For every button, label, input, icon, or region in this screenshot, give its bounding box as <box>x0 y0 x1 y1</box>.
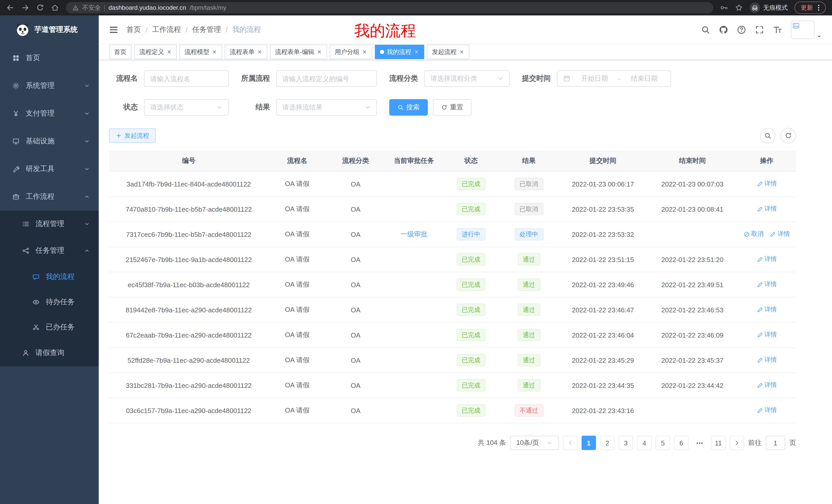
search-icon <box>397 104 404 110</box>
tab-close-icon[interactable] <box>317 49 322 54</box>
prev-page-button[interactable] <box>563 436 577 450</box>
toggle-search-button[interactable] <box>760 128 775 143</box>
tab-7[interactable]: 发起流程 <box>427 45 469 59</box>
tab-close-icon[interactable] <box>166 49 172 54</box>
address-bar[interactable]: 不安全 dashboard.yudao.iocoder.cn/bpm/task/… <box>66 2 713 13</box>
sidebar-item-label: 任务管理 <box>35 246 64 255</box>
tab-4[interactable]: 流程表单-编辑 <box>270 45 327 59</box>
browser-chrome: 不安全 dashboard.yudao.iocoder.cn/bpm/task/… <box>0 0 832 16</box>
password-key-icon[interactable] <box>720 4 728 12</box>
cell-category: OA <box>326 373 385 398</box>
create-process-button[interactable]: 发起流程 <box>109 129 156 143</box>
sidebar-item-payment[interactable]: 支付管理 <box>0 100 99 128</box>
page-ellipsis[interactable]: ••• <box>693 436 707 450</box>
browser-back-icon[interactable] <box>6 4 15 12</box>
breadcrumb-item[interactable]: 首页 <box>127 25 141 34</box>
detail-link[interactable]: 详情 <box>757 255 777 264</box>
page-button-1[interactable]: 1 <box>581 436 596 450</box>
tab-6[interactable]: 我的流程 <box>375 45 424 59</box>
header-search-icon[interactable] <box>701 25 710 34</box>
next-page-button[interactable] <box>730 436 744 450</box>
status-badge: 已完成 <box>457 404 486 417</box>
update-button[interactable]: 更新 <box>795 2 826 14</box>
chev-up-icon <box>84 194 89 199</box>
submit-time-label: 提交时间 <box>522 74 551 83</box>
page-button-4[interactable]: 4 <box>637 436 651 450</box>
tab-1[interactable]: 流程定义 <box>134 45 177 59</box>
reset-button[interactable]: 重置 <box>433 99 471 116</box>
browser-menu-icon[interactable] <box>814 4 823 12</box>
app-logo[interactable]: 芋道管理系统 <box>0 16 99 44</box>
tab-close-icon[interactable] <box>414 49 419 54</box>
owner-process-input[interactable] <box>276 71 377 87</box>
cell-submit-time: 2022-01-22 23:44:35 <box>558 373 647 398</box>
bookmark-star-icon[interactable] <box>735 4 743 12</box>
cell-end-time: 2022-01-22 23:44:42 <box>647 373 737 398</box>
github-icon[interactable] <box>719 25 728 34</box>
browser-home-icon[interactable] <box>51 4 59 12</box>
fullscreen-icon[interactable] <box>755 25 764 34</box>
tab-close-icon[interactable] <box>257 49 262 54</box>
sidebar-item-todo-tasks[interactable]: 待办任务 <box>0 289 99 314</box>
search-button[interactable]: 搜索 <box>389 99 428 116</box>
detail-link[interactable]: 详情 <box>757 179 777 188</box>
breadcrumb-item[interactable]: 任务管理 <box>192 25 221 34</box>
detail-link[interactable]: 详情 <box>757 280 777 289</box>
detail-link[interactable]: 详情 <box>757 406 777 415</box>
cell-process-name: OA 请假 <box>268 171 326 197</box>
sidebar-item-process-mgmt[interactable]: 流程管理 <box>0 211 99 237</box>
current-task-link[interactable]: 一级审批 <box>400 230 427 238</box>
detail-link[interactable]: 详情 <box>757 205 777 214</box>
tab-3[interactable]: 流程表单 <box>225 45 267 59</box>
tab-5[interactable]: 用户分组 <box>330 45 372 59</box>
cell-result: 通过 <box>499 323 558 347</box>
cancel-link[interactable]: 取消 <box>744 230 763 239</box>
page-button-3[interactable]: 3 <box>619 436 633 450</box>
sidebar-item-label: 流程管理 <box>35 219 64 229</box>
process-name-input[interactable] <box>144 71 229 87</box>
breadcrumb-item[interactable]: 工作流程 <box>152 25 181 34</box>
help-icon[interactable] <box>737 25 746 34</box>
tab-0[interactable]: 首页 <box>109 45 132 59</box>
submit-time-range-picker[interactable]: 开始日期 - 结束日期 <box>557 71 671 87</box>
tab-close-icon[interactable] <box>362 49 367 54</box>
page-button-6[interactable]: 6 <box>674 436 688 450</box>
browser-reload-icon[interactable] <box>36 4 44 12</box>
page-button-5[interactable]: 5 <box>656 436 670 450</box>
sidebar-item-workflow[interactable]: 工作流程 <box>0 183 99 211</box>
detail-link[interactable]: 详情 <box>757 356 777 365</box>
sidebar-item-task-mgmt[interactable]: 任务管理 <box>0 237 99 264</box>
sidebar-item-done-tasks[interactable]: 已办任务 <box>0 314 99 340</box>
page-button-11[interactable]: 11 <box>711 436 726 450</box>
sidebar-toggle-icon[interactable] <box>109 25 118 34</box>
sidebar-item-my-process[interactable]: 我的流程 <box>0 264 99 289</box>
chevron-down-icon <box>547 440 553 446</box>
status-select[interactable]: 请选择状态 <box>144 99 229 116</box>
tab-2[interactable]: 流程模型 <box>179 45 222 59</box>
detail-link[interactable]: 详情 <box>757 331 777 339</box>
page-size-select[interactable]: 10条/页 <box>510 436 559 450</box>
tab-close-icon[interactable] <box>459 49 464 54</box>
tab-close-icon[interactable] <box>212 49 217 54</box>
sidebar-item-leave-query[interactable]: 请假查询 <box>0 340 99 366</box>
status-placeholder: 请选择状态 <box>150 103 213 112</box>
font-size-icon[interactable] <box>773 25 782 34</box>
plus-icon <box>116 133 122 139</box>
detail-link[interactable]: 详情 <box>757 381 777 390</box>
sidebar-item-system[interactable]: 系统管理 <box>0 72 99 100</box>
user-menu[interactable] <box>791 20 822 39</box>
date-range-separator: - <box>618 75 621 82</box>
share-icon <box>22 247 29 254</box>
category-select[interactable]: 请选择流程分类 <box>424 71 510 87</box>
refresh-table-button[interactable] <box>781 128 796 143</box>
detail-link[interactable]: 详情 <box>757 305 777 314</box>
browser-forward-icon[interactable] <box>21 4 29 12</box>
sidebar-item-devtools[interactable]: 研发工具 <box>0 155 99 183</box>
result-select[interactable]: 请选择流结果 <box>276 99 377 116</box>
sidebar-item-infra[interactable]: 基础设施 <box>0 128 99 155</box>
column-header: 流程分类 <box>326 150 385 171</box>
sidebar-item-home[interactable]: 首页 <box>0 44 99 72</box>
page-button-2[interactable]: 2 <box>600 436 615 450</box>
goto-page-input[interactable] <box>766 436 785 450</box>
detail-link[interactable]: 详情 <box>770 230 790 239</box>
